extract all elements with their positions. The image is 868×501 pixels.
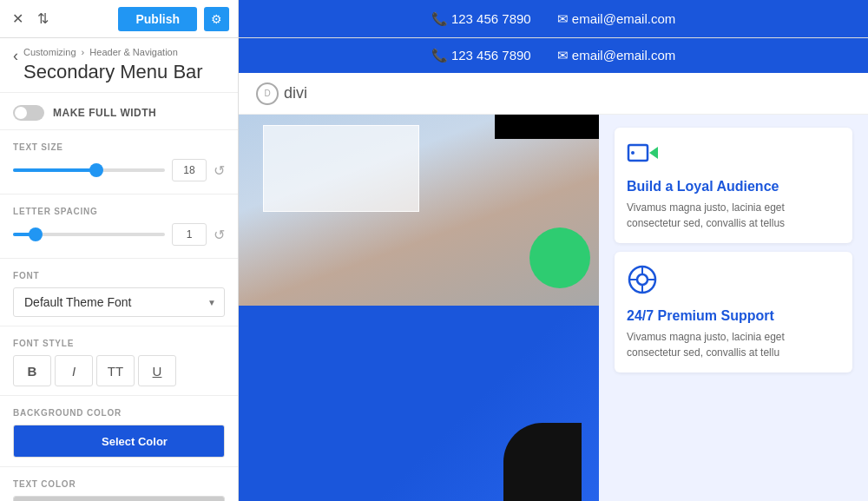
card2-icon: [627, 264, 840, 301]
make-full-width-section: MAKE FULL WIDTH: [0, 93, 238, 130]
card1-icon: [627, 140, 840, 172]
bold-button[interactable]: B: [13, 355, 51, 386]
text-size-thumb[interactable]: [89, 163, 103, 177]
underline-button[interactable]: U: [138, 355, 176, 386]
preview-bottom-blue: [239, 306, 599, 501]
preview-black-bar: [495, 115, 599, 139]
preview-phone: 📞 123 456 7890: [431, 48, 531, 63]
divi-circle-icon: D: [256, 82, 279, 105]
bg-color-select-button[interactable]: Select Color: [45, 425, 224, 457]
letter-spacing-track[interactable]: [13, 233, 165, 236]
text-color-label: TEXT COLOR: [13, 479, 225, 489]
preview-right-column: Build a Loyal Audience Vivamus magna jus…: [599, 115, 868, 501]
sidebar: ‹ Customizing › Header & Navigation Seco…: [0, 38, 239, 501]
text-size-fill: [13, 168, 96, 172]
svg-point-2: [631, 151, 635, 155]
top-bar: ✕ ⇅ Publish ⚙ 📞 123 456 7890 ✉ email@ema…: [0, 0, 868, 38]
font-section: FONT Default Theme Font: [0, 259, 238, 326]
svg-point-4: [637, 274, 648, 285]
font-label: FONT: [13, 271, 225, 280]
arrows-button[interactable]: ⇅: [34, 7, 52, 30]
card1-title: Build a Loyal Audience: [627, 179, 840, 194]
card1-text: Vivamus magna justo, lacinia eget consec…: [627, 200, 840, 231]
toggle-row: MAKE FULL WIDTH: [13, 105, 225, 121]
font-style-label: FONT STYLE: [13, 339, 225, 348]
font-style-row: B I TT U: [13, 355, 225, 386]
preview-green-circle: [529, 227, 590, 288]
text-size-track[interactable]: [13, 168, 165, 172]
text-size-label: TEXT SIZE: [13, 142, 225, 152]
preview-left-column: [239, 115, 599, 501]
text-color-select-button[interactable]: Select Color: [45, 497, 224, 501]
letter-spacing-thumb[interactable]: [29, 227, 43, 241]
divi-logo: D divi: [256, 82, 307, 105]
card2-text: Vivamus magna justo, lacinia eget consec…: [627, 329, 840, 360]
sidebar-title: Secondary Menu Bar: [23, 61, 203, 83]
make-full-width-label: MAKE FULL WIDTH: [53, 107, 156, 119]
preview-black-arc: [503, 423, 582, 501]
close-button[interactable]: ✕: [9, 7, 27, 30]
font-select[interactable]: Default Theme Font: [13, 287, 225, 317]
preview-header-bar: 📞 123 456 7890 ✉ email@email.com: [239, 38, 868, 73]
toggle-knob: [15, 107, 27, 119]
font-select-wrap: Default Theme Font: [13, 287, 225, 317]
text-size-value[interactable]: 18: [172, 159, 207, 181]
preview-logo-bar: D divi: [239, 73, 868, 115]
card2-title: 24/7 Premium Support: [627, 308, 840, 324]
preview-content: Build a Loyal Audience Vivamus magna jus…: [239, 115, 868, 501]
tt-button[interactable]: TT: [96, 355, 135, 386]
text-color-row: Select Color: [13, 496, 225, 501]
letter-spacing-section: LETTER SPACING 1 ↺: [0, 194, 238, 259]
feature-card-1: Build a Loyal Audience Vivamus magna jus…: [615, 128, 852, 243]
italic-button[interactable]: I: [55, 355, 93, 386]
bg-color-row: Select Color: [13, 425, 225, 458]
top-bar-left: ✕ ⇅ Publish ⚙: [0, 0, 239, 37]
bg-color-swatch[interactable]: [14, 425, 45, 457]
letter-spacing-reset[interactable]: ↺: [214, 227, 225, 243]
text-size-reset[interactable]: ↺: [214, 162, 225, 179]
text-color-section: TEXT COLOR Select Color: [0, 467, 238, 501]
text-size-section: TEXT SIZE 18 ↺: [0, 130, 238, 194]
letter-spacing-value[interactable]: 1: [172, 223, 207, 246]
feature-card-2: 24/7 Premium Support Vivamus magna justo…: [615, 252, 852, 372]
sidebar-header: ‹ Customizing › Header & Navigation Seco…: [0, 38, 238, 93]
letter-spacing-label: LETTER SPACING: [13, 207, 225, 216]
bg-color-label: BACKGROUND COLOR: [13, 408, 225, 418]
text-size-slider-row: 18 ↺: [13, 159, 225, 181]
phone-text: 📞 123 456 7890: [431, 11, 531, 27]
breadcrumb: Customizing › Header & Navigation: [23, 47, 203, 57]
preview-area: 📞 123 456 7890 ✉ email@email.com D divi: [239, 38, 868, 501]
gear-button[interactable]: ⚙: [204, 7, 229, 31]
back-button[interactable]: ‹: [13, 47, 18, 65]
site-header-bar: 📞 123 456 7890 ✉ email@email.com: [239, 0, 868, 37]
preview-email: ✉ email@email.com: [557, 48, 676, 63]
bg-color-section: BACKGROUND COLOR Select Color: [0, 396, 238, 467]
email-text: ✉ email@email.com: [557, 11, 676, 27]
preview-white-box: [263, 125, 419, 212]
font-style-section: FONT STYLE B I TT U: [0, 326, 238, 396]
divi-text: divi: [284, 84, 307, 102]
make-full-width-toggle[interactable]: [13, 105, 44, 121]
letter-spacing-slider-row: 1 ↺: [13, 223, 225, 246]
publish-button[interactable]: Publish: [118, 7, 197, 31]
main-layout: ‹ Customizing › Header & Navigation Seco…: [0, 38, 868, 501]
text-color-swatch[interactable]: [14, 497, 45, 501]
preview-top-image: [239, 115, 599, 306]
svg-marker-1: [649, 147, 658, 159]
